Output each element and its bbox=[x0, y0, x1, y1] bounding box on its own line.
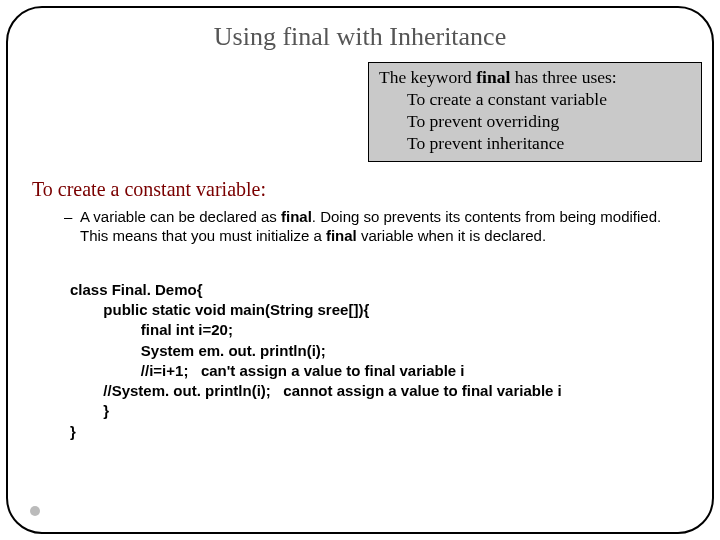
callout-box: The keyword final has three uses: To cre… bbox=[368, 62, 702, 162]
code-line-2: public static void main(String sree[]){ bbox=[70, 301, 369, 318]
bullet-text: A variable can be declared as final. Doi… bbox=[80, 207, 688, 246]
slide-number-dot bbox=[30, 506, 40, 516]
code-line-1: class Final. Demo{ bbox=[70, 281, 203, 298]
bullet-dash: – bbox=[64, 207, 80, 246]
section-heading: To create a constant variable: bbox=[32, 178, 688, 201]
callout-intro: The keyword final has three uses: bbox=[379, 67, 691, 89]
code-line-7: } bbox=[70, 402, 109, 419]
code-block: class Final. Demo{ public static void ma… bbox=[32, 260, 688, 442]
bullet-kw1: final bbox=[281, 208, 312, 225]
code-line-8: } bbox=[70, 423, 76, 440]
callout-use-3: To prevent inheritance bbox=[379, 133, 691, 155]
bullet-p1: A variable can be declared as bbox=[80, 208, 281, 225]
code-line-4: System em. out. println(i); bbox=[70, 342, 326, 359]
code-line-6: //System. out. println(i); cannot assign… bbox=[70, 382, 562, 399]
code-line-5: //i=i+1; can't assign a value to final v… bbox=[70, 362, 465, 379]
bullet-kw2: final bbox=[326, 227, 357, 244]
callout-use-1: To create a constant variable bbox=[379, 89, 691, 111]
callout-intro-post: has three uses: bbox=[510, 67, 616, 87]
bullet-p3: variable when it is declared. bbox=[357, 227, 546, 244]
callout-use-2: To prevent overriding bbox=[379, 111, 691, 133]
slide-frame: Using final with Inheritance The keyword… bbox=[6, 6, 714, 534]
slide-title: Using final with Inheritance bbox=[32, 22, 688, 52]
bullet-item: – A variable can be declared as final. D… bbox=[32, 207, 688, 246]
code-line-3: final int i=20; bbox=[70, 321, 233, 338]
callout-intro-pre: The keyword bbox=[379, 67, 476, 87]
callout-intro-keyword: final bbox=[476, 67, 510, 87]
